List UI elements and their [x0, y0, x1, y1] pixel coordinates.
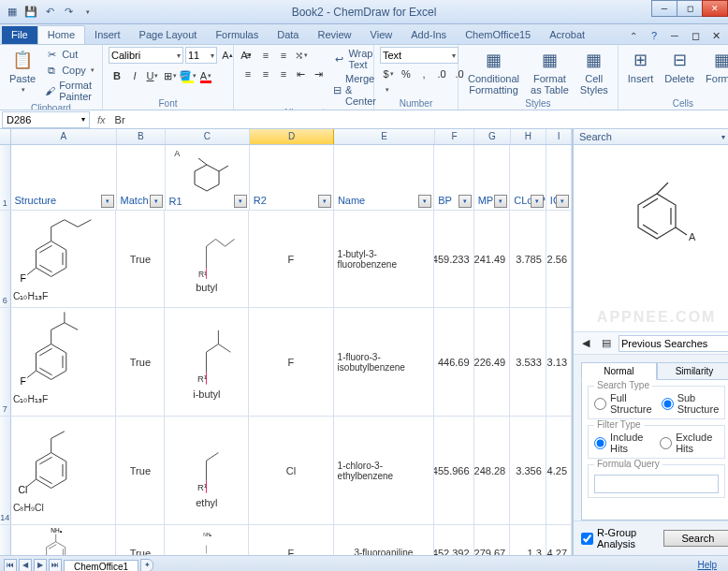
paste-button[interactable]: 📋Paste▾ — [6, 47, 39, 95]
cell-clogp[interactable]: 3.356 — [510, 417, 546, 524]
row-header[interactable]: 14 — [0, 417, 11, 524]
cell-bp[interactable]: 459.233 — [434, 211, 473, 307]
tab-page-layout[interactable]: Page Layout — [130, 26, 207, 44]
cell-structure[interactable]: FC₁₀H₁₃F — [11, 308, 117, 416]
cell-r1[interactable]: NH₂R¹NH2 — [165, 525, 249, 555]
cell-structure[interactable]: ClC₈H₉Cl — [11, 417, 117, 524]
filter-icon[interactable]: ▾ — [531, 195, 544, 208]
col-header-C[interactable]: C — [166, 129, 250, 144]
qat-more-icon[interactable]: ▾ — [80, 4, 96, 21]
cell-ic[interactable]: 3.13 — [546, 308, 572, 416]
header-bp[interactable]: BP▾ — [434, 145, 473, 210]
help-icon[interactable]: ? — [646, 27, 662, 44]
tab-similarity[interactable]: Similarity — [657, 362, 728, 380]
cell-r1[interactable]: R¹ethyl — [165, 417, 249, 524]
sheet-tab[interactable]: ChemOffice1 — [64, 560, 138, 572]
full-structure-radio[interactable]: Full Structure — [594, 392, 652, 415]
header-name[interactable]: Name▾ — [334, 145, 434, 210]
sheet-nav-prev-icon[interactable]: ◀ — [19, 559, 32, 572]
col-header-G[interactable]: G — [474, 129, 510, 144]
cell-r2[interactable]: Cl — [249, 417, 333, 524]
cell-ic[interactable]: 4.27 — [546, 525, 572, 555]
cell-match[interactable]: True — [116, 308, 165, 416]
cell-name[interactable]: 3-fluoroaniline — [334, 525, 434, 555]
sheet-nav-next-icon[interactable]: ▶ — [34, 559, 47, 572]
tab-chemoffice[interactable]: ChemOffice15 — [456, 26, 540, 44]
indent-dec-icon[interactable]: ⇤ — [293, 66, 310, 82]
align-top-icon[interactable]: ≡ — [240, 47, 256, 64]
format-painter-button[interactable]: 🖌Format Painter — [43, 79, 96, 103]
align-bottom-icon[interactable]: ≡ — [275, 47, 292, 64]
excel-icon[interactable]: ▦ — [4, 4, 21, 21]
rgroup-checkbox[interactable]: R-Group Analysis — [581, 527, 656, 549]
row-header[interactable] — [0, 525, 11, 555]
name-box[interactable]: D286▾ — [2, 111, 90, 128]
doc-minimize-icon[interactable]: ─ — [666, 27, 683, 44]
fx-icon[interactable]: fx — [92, 114, 111, 125]
cell-styles-button[interactable]: ▦Cell Styles — [576, 47, 612, 97]
minimize-ribbon-icon[interactable]: ⌃ — [625, 27, 642, 44]
row-header[interactable]: 6 — [0, 211, 11, 307]
filter-icon[interactable]: ▾ — [494, 195, 507, 208]
help-link[interactable]: Help — [697, 560, 717, 570]
cell-mp[interactable]: 248.28 — [474, 417, 511, 524]
fill-color-button[interactable]: 🪣▾ — [180, 67, 197, 84]
cell-r2[interactable]: F — [249, 308, 333, 416]
tab-normal[interactable]: Normal — [581, 362, 657, 380]
cut-button[interactable]: ✂Cut — [43, 47, 96, 62]
cell-bp[interactable]: 455.966 — [434, 417, 473, 524]
cond-format-button[interactable]: ▦Conditional Formatting — [464, 47, 523, 97]
tab-acrobat[interactable]: Acrobat — [540, 26, 594, 44]
header-match[interactable]: Match▾ — [117, 145, 166, 210]
font-size-combo[interactable]: 11▾ — [185, 47, 217, 64]
col-header-E[interactable]: E — [334, 129, 435, 144]
font-name-combo[interactable]: Calibri▾ — [109, 47, 183, 64]
percent-icon[interactable]: % — [398, 66, 415, 82]
cell-mp[interactable]: 241.49 — [474, 211, 511, 307]
tab-review[interactable]: Review — [308, 26, 360, 44]
tab-file[interactable]: File — [2, 26, 37, 44]
italic-button[interactable]: I — [126, 67, 143, 84]
insert-button[interactable]: ⊞Insert — [624, 47, 658, 86]
tab-formulas[interactable]: Formulas — [206, 26, 268, 44]
cell-match[interactable]: True — [116, 211, 165, 307]
cell-clogp[interactable]: 3.533 — [510, 308, 546, 416]
header-r1[interactable]: AR1▾ — [166, 145, 250, 210]
cell-r1[interactable]: R¹butyl — [165, 211, 249, 307]
col-header-B[interactable]: B — [117, 129, 166, 144]
underline-button[interactable]: U▾ — [144, 67, 161, 84]
cell-structure[interactable]: FC₁₀H₁₃F — [11, 211, 117, 307]
cell-mp[interactable]: 279.67 — [474, 525, 511, 555]
cell-name[interactable]: 1-butyl-3-fluorobenzene — [334, 211, 434, 307]
exclude-hits-radio[interactable]: Exclude Hits — [660, 432, 719, 454]
tab-insert[interactable]: Insert — [85, 26, 130, 44]
header-clogp[interactable]: CLogP▾ — [510, 145, 546, 210]
previous-searches-combo[interactable]: Previous Searches▾ — [619, 335, 728, 352]
include-hits-radio[interactable]: Include Hits — [594, 432, 650, 454]
grid[interactable]: 1 Structure▾ Match▾ AR1▾ R2▾ Name▾ BP▾ M… — [0, 145, 572, 555]
formula-input[interactable] — [111, 114, 728, 125]
cell-name[interactable]: 1-chloro-3-ethylbenzene — [334, 417, 434, 524]
save-icon[interactable]: 💾 — [22, 4, 39, 21]
col-header-A[interactable]: A — [11, 129, 117, 144]
comma-icon[interactable]: , — [415, 66, 432, 82]
minimize-button[interactable]: ─ — [651, 0, 677, 17]
number-format-combo[interactable]: Text▾ — [380, 47, 459, 64]
formula-query-input[interactable] — [594, 475, 719, 493]
sheet-nav-first-icon[interactable]: ⏮ — [4, 559, 17, 572]
cell-mp[interactable]: 226.49 — [474, 308, 511, 416]
cell-bp[interactable]: 446.69 — [434, 308, 473, 416]
cell-structure[interactable]: NH₂ — [11, 525, 117, 555]
cell-name[interactable]: 1-fluoro-3-isobutylbenzene — [334, 308, 434, 416]
delete-button[interactable]: ⊟Delete — [661, 47, 698, 86]
currency-icon[interactable]: $▾ — [380, 66, 397, 82]
bold-button[interactable]: B — [109, 67, 125, 84]
cell-clogp[interactable]: 3.785 — [510, 211, 546, 307]
col-header-D[interactable]: D — [250, 129, 334, 144]
undo-icon[interactable]: ↶ — [41, 4, 58, 21]
tab-data[interactable]: Data — [268, 26, 308, 44]
format-button[interactable]: ▦Format — [702, 47, 728, 86]
doc-restore-icon[interactable]: ◻ — [687, 27, 704, 44]
inc-decimal-icon[interactable]: .0 — [433, 66, 450, 82]
cell-r2[interactable]: F — [249, 211, 333, 307]
